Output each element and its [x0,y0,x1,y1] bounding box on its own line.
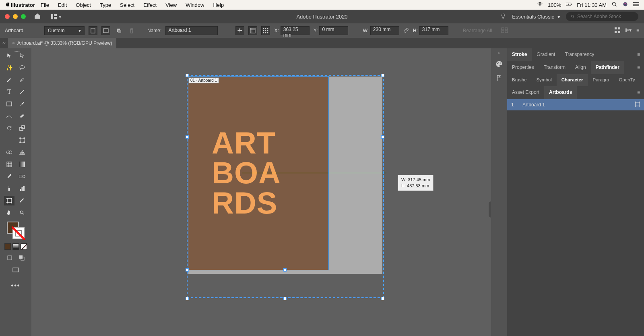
search-stock[interactable] [566,12,638,21]
resize-handle[interactable] [186,135,189,139]
shape-builder-tool[interactable] [4,147,14,157]
magic-wand-tool[interactable]: ✨ [4,63,14,73]
resize-handle[interactable] [186,268,189,272]
zoom-tool[interactable] [17,208,27,218]
panel-menu-icon[interactable]: ≡ [633,61,644,74]
more-tools-button[interactable]: ••• [11,282,21,289]
resize-handle[interactable] [186,74,189,77]
h-input[interactable]: 317 mm [419,26,448,35]
draw-behind[interactable] [17,253,27,263]
color-swatch[interactable] [4,243,11,250]
symbol-sprayer-tool[interactable] [4,184,14,193]
menu-help[interactable]: Help [213,2,224,8]
menu-icon[interactable]: ≡ [636,27,639,34]
clock[interactable]: Fri 11:30 AM [577,2,607,8]
new-artboard-button[interactable] [114,26,123,35]
link-wh-icon[interactable] [403,27,409,34]
width-tool[interactable] [4,135,14,145]
line-tool[interactable] [17,87,27,97]
settings-icon[interactable]: ⊫▾ [625,27,632,34]
artboard-list-item[interactable]: 1 Artboard 1 [507,99,644,110]
stroke-swatch[interactable] [12,227,25,239]
artboard-options-icon[interactable] [635,102,640,108]
tab-pathfinder[interactable]: Pathfinder [591,61,624,74]
menu-edit[interactable]: Edit [58,2,67,8]
curvature-tool[interactable] [17,75,27,85]
menu-object[interactable]: Object [76,2,91,8]
collapse-chevron-icon[interactable]: ‹‹ [0,40,8,46]
perspective-tool[interactable] [17,147,27,157]
graph-tool[interactable] [17,184,27,193]
type-tool[interactable]: T [4,87,14,97]
tab-properties[interactable]: Properties [507,61,539,74]
orientation-landscape-button[interactable] [101,26,110,35]
control-center-icon[interactable] [633,1,639,8]
rectangle-tool[interactable] [4,99,14,109]
document-tab[interactable]: × Artboard.ai* @ 33.33% (RGB/GPU Preview… [8,38,116,48]
color-guide-icon[interactable] [495,75,503,83]
spotlight-icon[interactable] [611,1,617,8]
fill-stroke-control[interactable] [7,222,25,239]
resize-handle[interactable] [186,297,189,300]
collapse-icon[interactable]: ‹‹ [498,51,501,55]
eraser-tool[interactable] [17,111,27,121]
artboard-tool[interactable] [4,196,14,205]
resize-handle[interactable] [381,135,384,139]
artboard-label[interactable]: 01 - Artboard 1 [188,77,219,83]
menu-select[interactable]: Select [120,2,134,8]
artboard-options-button[interactable] [248,26,257,35]
artboard-name-input[interactable]: Artboard 1 [165,26,218,35]
layout-switcher[interactable]: ▾ [51,13,62,20]
reference-point-selector[interactable] [261,26,270,35]
move-artwork-toggle[interactable] [235,26,244,35]
window-close-button[interactable] [5,14,10,19]
menu-window[interactable]: Window [186,2,204,8]
rotate-tool[interactable] [4,123,14,133]
tab-align[interactable]: Align [570,61,591,74]
menu-view[interactable]: View [165,2,177,8]
panel-handle-icon[interactable]: •••• [14,50,20,54]
home-icon[interactable] [34,12,41,21]
wifi-icon[interactable] [537,1,543,8]
gradient-swatch[interactable] [12,243,19,250]
tab-asset-export[interactable]: Asset Export [507,86,544,99]
tab-symbols[interactable]: Symbol [531,74,556,86]
pen-tool[interactable] [4,75,14,85]
canvas[interactable]: ART BOA RDS 01 - Artboard 1 W: 317.45 mm… [31,48,491,336]
apple-icon[interactable] [5,1,11,8]
tab-transform[interactable]: Transform [539,61,570,74]
artboard-1[interactable]: ART BOA RDS [188,77,328,270]
draw-normal[interactable] [4,253,15,263]
none-swatch[interactable] [21,243,27,250]
window-zoom-button[interactable] [21,14,26,19]
slice-tool[interactable] [17,196,27,205]
free-transform-tool[interactable] [17,135,27,145]
window-minimize-button[interactable] [13,14,18,19]
tab-opentype[interactable]: OpenTy [614,74,640,86]
mesh-tool[interactable] [4,160,14,169]
tab-paragraph[interactable]: Paragra [588,74,614,86]
lightbulb-icon[interactable] [500,13,506,21]
workspace-dropdown[interactable]: Essentials Classic ▾ [512,14,560,20]
menu-type[interactable]: Type [100,2,111,8]
paintbrush-tool[interactable] [17,99,27,109]
blend-tool[interactable] [17,172,27,181]
tab-close-icon[interactable]: × [12,40,15,46]
grid-icon[interactable] [615,27,620,34]
tab-gradient[interactable]: Gradient [532,48,560,61]
shaper-tool[interactable] [4,111,14,121]
menu-effect[interactable]: Effect [143,2,157,8]
y-input[interactable]: 0 mm [319,26,348,35]
eyedropper-tool[interactable] [4,172,14,181]
tab-artboards[interactable]: Artboards [544,86,577,99]
resize-handle[interactable] [381,297,384,300]
screen-mode-button[interactable] [10,265,21,275]
panel-menu-icon[interactable]: ≡ [633,48,644,61]
rearrange-button[interactable]: Rearrange All [463,28,492,33]
resize-handle[interactable] [381,74,384,77]
battery-icon[interactable] [566,1,572,8]
tab-stroke[interactable]: Stroke [507,48,532,61]
search-stock-input[interactable] [577,14,634,19]
scale-tool[interactable] [17,123,27,133]
gradient-tool[interactable] [17,160,27,169]
